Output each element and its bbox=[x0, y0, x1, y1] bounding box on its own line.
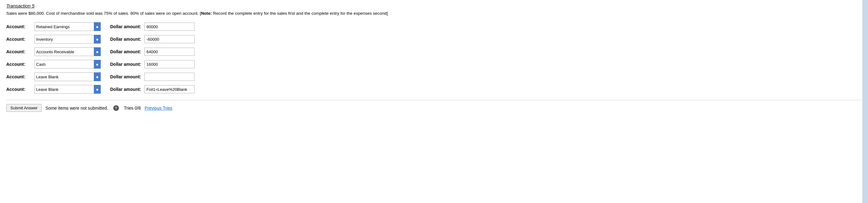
right-edge-decoration bbox=[862, 0, 868, 203]
form-row-4: Account: Cash Dollar amount: bbox=[6, 60, 862, 69]
dollar-label-3: Dollar amount: bbox=[110, 49, 141, 54]
dollar-label-1: Dollar amount: bbox=[110, 24, 141, 29]
description: Sales were $80,000. Cost of merchandise … bbox=[6, 10, 477, 16]
account-label-4: Account: bbox=[6, 62, 34, 67]
dollar-label-4: Dollar amount: bbox=[110, 62, 141, 67]
dollar-input-4[interactable] bbox=[144, 60, 194, 68]
dollar-input-1[interactable] bbox=[144, 23, 194, 31]
description-note-label: Note: bbox=[201, 11, 212, 16]
account-select-6[interactable]: Leave Blank bbox=[34, 85, 94, 94]
form-rows: Account: Retained Earnings Dollar amount… bbox=[6, 22, 862, 94]
select-arrow-6[interactable] bbox=[94, 85, 101, 94]
account-label-5: Account: bbox=[6, 74, 34, 79]
form-row-3: Account: Accounts Receivable Dollar amou… bbox=[6, 47, 862, 56]
dollar-label-2: Dollar amount: bbox=[110, 37, 141, 42]
submit-button[interactable]: Submit Answer bbox=[6, 104, 42, 112]
form-row-1: Account: Retained Earnings Dollar amount… bbox=[6, 22, 862, 31]
account-label-3: Account: bbox=[6, 49, 34, 54]
transaction-title: Transaction 5 bbox=[6, 3, 862, 8]
bottom-bar: Submit Answer Some items were not submit… bbox=[6, 100, 862, 112]
account-label-1: Account: bbox=[6, 24, 34, 29]
account-select-wrapper-1: Retained Earnings bbox=[34, 22, 101, 31]
account-select-wrapper-4: Cash bbox=[34, 60, 101, 69]
help-icon[interactable]: ? bbox=[113, 105, 119, 111]
select-arrow-2[interactable] bbox=[94, 35, 101, 43]
dollar-label-5: Dollar amount: bbox=[110, 74, 141, 79]
dollar-input-6[interactable] bbox=[144, 85, 194, 93]
description-part1: Sales were $80,000. Cost of merchandise … bbox=[6, 11, 201, 16]
account-select-wrapper-2: Inventory bbox=[34, 35, 101, 43]
dollar-label-6: Dollar amount: bbox=[110, 87, 141, 92]
account-select-wrapper-3: Accounts Receivable bbox=[34, 47, 101, 56]
account-select-4[interactable]: Cash bbox=[34, 60, 94, 69]
main-container: Transaction 5 Sales were $80,000. Cost o… bbox=[0, 0, 868, 203]
description-part2: Record the complete entry for the sales … bbox=[212, 11, 388, 16]
account-select-3[interactable]: Accounts Receivable bbox=[34, 47, 94, 56]
dollar-input-3[interactable] bbox=[144, 47, 194, 56]
account-select-5[interactable]: Leave Blank bbox=[34, 72, 94, 81]
form-row-5: Account: Leave Blank Dollar amount: bbox=[6, 72, 862, 81]
account-label-2: Account: bbox=[6, 37, 34, 42]
select-arrow-4[interactable] bbox=[94, 60, 101, 69]
form-row-2: Account: Inventory Dollar amount: bbox=[6, 35, 862, 43]
status-text: Some items were not submitted. bbox=[45, 106, 108, 110]
select-arrow-5[interactable] bbox=[94, 72, 101, 81]
previous-tries-link[interactable]: Previous Tries bbox=[145, 106, 173, 110]
dollar-input-5[interactable] bbox=[144, 73, 194, 81]
account-select-wrapper-5: Leave Blank bbox=[34, 72, 101, 81]
account-label-6: Account: bbox=[6, 87, 34, 92]
account-select-1[interactable]: Retained Earnings bbox=[34, 22, 94, 31]
select-arrow-3[interactable] bbox=[94, 47, 101, 56]
form-row-6: Account: Leave Blank Dollar amount: bbox=[6, 85, 862, 94]
account-select-wrapper-6: Leave Blank bbox=[34, 85, 101, 94]
tries-text: Tries 0/8 bbox=[124, 106, 141, 110]
select-arrow-1[interactable] bbox=[94, 22, 101, 31]
dollar-input-2[interactable] bbox=[144, 35, 194, 43]
account-select-2[interactable]: Inventory bbox=[34, 35, 94, 43]
